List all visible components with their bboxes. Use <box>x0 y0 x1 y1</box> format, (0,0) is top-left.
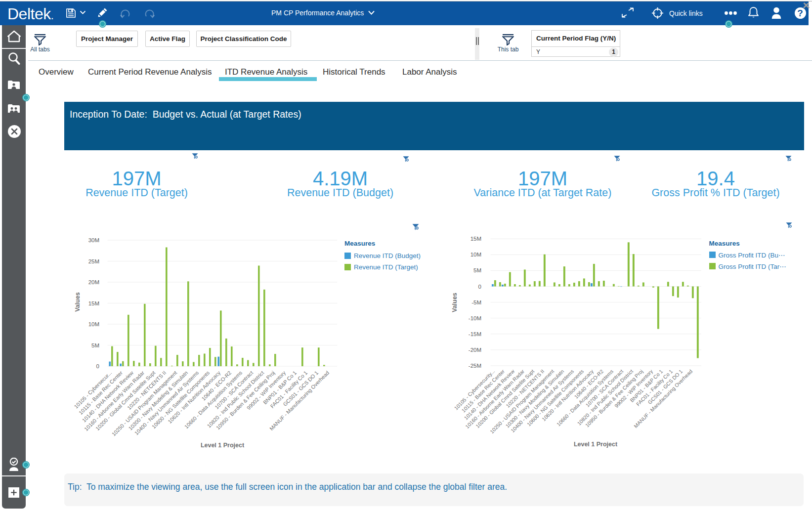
svg-text:5M: 5M <box>473 267 481 273</box>
svg-text:30M: 30M <box>88 237 99 243</box>
svg-text:Values: Values <box>451 293 458 312</box>
svg-text:15M: 15M <box>470 236 481 242</box>
svg-text:-10M: -10M <box>469 315 481 321</box>
svg-text:10M: 10M <box>470 252 481 257</box>
svg-text:20M: 20M <box>88 279 99 285</box>
svg-text:0: 0 <box>478 284 481 290</box>
svg-text:Level 1 Project: Level 1 Project <box>574 441 618 448</box>
svg-text:10M: 10M <box>88 321 99 327</box>
svg-text:Level 1 Project: Level 1 Project <box>201 442 245 449</box>
svg-text:Values: Values <box>74 292 81 312</box>
svg-text:-25M: -25M <box>469 363 481 369</box>
svg-text:0: 0 <box>96 363 99 369</box>
svg-text:15M: 15M <box>88 300 99 306</box>
svg-text:25M: 25M <box>88 258 99 264</box>
svg-text:-15M: -15M <box>469 331 481 337</box>
svg-text:-20M: -20M <box>469 347 481 353</box>
svg-text:-5M: -5M <box>471 300 481 305</box>
svg-text:5M: 5M <box>91 343 99 348</box>
